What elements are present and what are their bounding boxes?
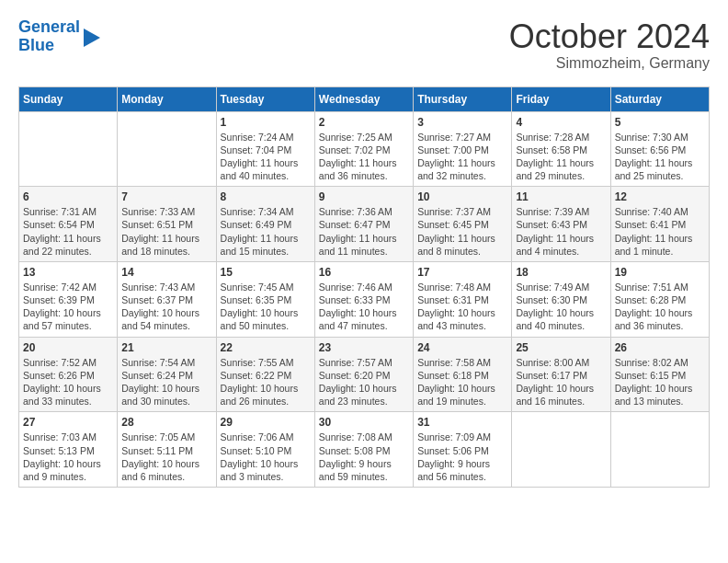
day-number: 6 xyxy=(23,190,113,203)
day-number: 18 xyxy=(516,266,606,279)
calendar-cell xyxy=(512,412,610,488)
calendar-cell: 26Sunrise: 8:02 AM Sunset: 6:15 PM Dayli… xyxy=(610,337,709,412)
day-number: 23 xyxy=(319,341,409,354)
title-block: October 2024 Simmozheim, Germany xyxy=(509,18,710,72)
day-info: Sunrise: 7:30 AM Sunset: 6:56 PM Dayligh… xyxy=(615,131,705,183)
day-info: Sunrise: 7:40 AM Sunset: 6:41 PM Dayligh… xyxy=(615,205,705,258)
day-info: Sunrise: 8:00 AM Sunset: 6:17 PM Dayligh… xyxy=(516,356,606,408)
day-info: Sunrise: 7:43 AM Sunset: 6:37 PM Dayligh… xyxy=(121,281,211,333)
calendar-table: SundayMondayTuesdayWednesdayThursdayFrid… xyxy=(18,86,710,488)
day-number: 30 xyxy=(319,416,409,429)
calendar-cell: 22Sunrise: 7:55 AM Sunset: 6:22 PM Dayli… xyxy=(216,337,314,412)
day-number: 8 xyxy=(221,190,311,203)
calendar-week-row: 27Sunrise: 7:03 AM Sunset: 5:13 PM Dayli… xyxy=(19,412,710,488)
day-number: 13 xyxy=(23,266,113,279)
day-info: Sunrise: 7:33 AM Sunset: 6:51 PM Dayligh… xyxy=(121,205,211,258)
calendar-cell: 21Sunrise: 7:54 AM Sunset: 6:24 PM Dayli… xyxy=(118,337,216,412)
calendar-cell: 1Sunrise: 7:24 AM Sunset: 7:04 PM Daylig… xyxy=(216,111,314,187)
col-header-tuesday: Tuesday xyxy=(216,86,314,111)
calendar-cell: 6Sunrise: 7:31 AM Sunset: 6:54 PM Daylig… xyxy=(19,187,118,262)
day-info: Sunrise: 8:02 AM Sunset: 6:15 PM Dayligh… xyxy=(615,356,705,408)
day-info: Sunrise: 7:46 AM Sunset: 6:33 PM Dayligh… xyxy=(319,281,409,333)
day-number: 29 xyxy=(221,416,311,429)
calendar-cell xyxy=(610,412,709,488)
day-info: Sunrise: 7:58 AM Sunset: 6:18 PM Dayligh… xyxy=(417,356,507,408)
day-number: 11 xyxy=(516,190,606,203)
day-info: Sunrise: 7:54 AM Sunset: 6:24 PM Dayligh… xyxy=(121,356,211,408)
day-number: 9 xyxy=(319,190,409,203)
day-number: 7 xyxy=(121,190,211,203)
day-info: Sunrise: 7:52 AM Sunset: 6:26 PM Dayligh… xyxy=(23,356,113,408)
calendar-cell: 8Sunrise: 7:34 AM Sunset: 6:49 PM Daylig… xyxy=(216,187,314,262)
day-info: Sunrise: 7:57 AM Sunset: 6:20 PM Dayligh… xyxy=(319,356,409,408)
calendar-cell: 30Sunrise: 7:08 AM Sunset: 5:08 PM Dayli… xyxy=(314,412,413,488)
day-info: Sunrise: 7:45 AM Sunset: 6:35 PM Dayligh… xyxy=(221,281,311,333)
calendar-cell: 15Sunrise: 7:45 AM Sunset: 6:35 PM Dayli… xyxy=(216,261,314,337)
col-header-saturday: Saturday xyxy=(610,86,709,111)
day-number: 12 xyxy=(615,190,705,203)
calendar-week-row: 20Sunrise: 7:52 AM Sunset: 6:26 PM Dayli… xyxy=(19,337,710,412)
day-info: Sunrise: 7:36 AM Sunset: 6:47 PM Dayligh… xyxy=(319,205,409,258)
col-header-sunday: Sunday xyxy=(19,86,118,111)
day-info: Sunrise: 7:48 AM Sunset: 6:31 PM Dayligh… xyxy=(417,281,507,333)
calendar-cell: 5Sunrise: 7:30 AM Sunset: 6:56 PM Daylig… xyxy=(610,111,709,187)
day-number: 27 xyxy=(23,416,113,429)
day-number: 3 xyxy=(417,116,507,129)
day-number: 26 xyxy=(615,341,705,354)
logo-line1: General xyxy=(18,17,80,36)
day-number: 17 xyxy=(417,266,507,279)
col-header-thursday: Thursday xyxy=(414,86,512,111)
day-number: 1 xyxy=(221,116,311,129)
calendar-cell: 18Sunrise: 7:49 AM Sunset: 6:30 PM Dayli… xyxy=(512,261,610,337)
calendar-cell: 2Sunrise: 7:25 AM Sunset: 7:02 PM Daylig… xyxy=(314,111,413,187)
logo-text: General Blue xyxy=(18,18,80,55)
calendar-cell: 27Sunrise: 7:03 AM Sunset: 5:13 PM Dayli… xyxy=(19,412,118,488)
calendar-cell: 4Sunrise: 7:28 AM Sunset: 6:58 PM Daylig… xyxy=(512,111,610,187)
day-info: Sunrise: 7:31 AM Sunset: 6:54 PM Dayligh… xyxy=(23,205,113,258)
day-number: 21 xyxy=(121,341,211,354)
col-header-wednesday: Wednesday xyxy=(314,86,413,111)
calendar-cell: 3Sunrise: 7:27 AM Sunset: 7:00 PM Daylig… xyxy=(414,111,512,187)
day-info: Sunrise: 7:06 AM Sunset: 5:10 PM Dayligh… xyxy=(221,431,311,483)
calendar-cell: 19Sunrise: 7:51 AM Sunset: 6:28 PM Dayli… xyxy=(610,261,709,337)
day-info: Sunrise: 7:27 AM Sunset: 7:00 PM Dayligh… xyxy=(417,131,507,183)
day-info: Sunrise: 7:34 AM Sunset: 6:49 PM Dayligh… xyxy=(221,205,311,258)
calendar-subtitle: Simmozheim, Germany xyxy=(509,55,710,72)
day-number: 15 xyxy=(221,266,311,279)
calendar-cell xyxy=(118,111,216,187)
calendar-cell: 20Sunrise: 7:52 AM Sunset: 6:26 PM Dayli… xyxy=(19,337,118,412)
day-number: 2 xyxy=(319,116,409,129)
col-header-monday: Monday xyxy=(118,86,216,111)
day-number: 4 xyxy=(516,116,606,129)
logo-arrow-icon xyxy=(84,29,100,47)
day-number: 31 xyxy=(417,416,507,429)
day-number: 14 xyxy=(121,266,211,279)
page-header: General Blue October 2024 Simmozheim, Ge… xyxy=(18,18,710,72)
calendar-week-row: 6Sunrise: 7:31 AM Sunset: 6:54 PM Daylig… xyxy=(19,187,710,262)
day-info: Sunrise: 7:51 AM Sunset: 6:28 PM Dayligh… xyxy=(615,281,705,333)
calendar-cell: 12Sunrise: 7:40 AM Sunset: 6:41 PM Dayli… xyxy=(610,187,709,262)
calendar-week-row: 1Sunrise: 7:24 AM Sunset: 7:04 PM Daylig… xyxy=(19,111,710,187)
calendar-title: October 2024 xyxy=(509,18,710,55)
day-number: 28 xyxy=(121,416,211,429)
day-info: Sunrise: 7:49 AM Sunset: 6:30 PM Dayligh… xyxy=(516,281,606,333)
calendar-cell: 31Sunrise: 7:09 AM Sunset: 5:06 PM Dayli… xyxy=(414,412,512,488)
day-info: Sunrise: 7:42 AM Sunset: 6:39 PM Dayligh… xyxy=(23,281,113,333)
day-info: Sunrise: 7:03 AM Sunset: 5:13 PM Dayligh… xyxy=(23,431,113,483)
calendar-cell: 9Sunrise: 7:36 AM Sunset: 6:47 PM Daylig… xyxy=(314,187,413,262)
day-number: 19 xyxy=(615,266,705,279)
calendar-cell: 7Sunrise: 7:33 AM Sunset: 6:51 PM Daylig… xyxy=(118,187,216,262)
day-number: 5 xyxy=(615,116,705,129)
day-info: Sunrise: 7:55 AM Sunset: 6:22 PM Dayligh… xyxy=(221,356,311,408)
day-number: 20 xyxy=(23,341,113,354)
calendar-cell xyxy=(19,111,118,187)
day-info: Sunrise: 7:08 AM Sunset: 5:08 PM Dayligh… xyxy=(319,431,409,483)
calendar-cell: 28Sunrise: 7:05 AM Sunset: 5:11 PM Dayli… xyxy=(118,412,216,488)
logo-line2: Blue xyxy=(18,36,54,54)
day-info: Sunrise: 7:24 AM Sunset: 7:04 PM Dayligh… xyxy=(221,131,311,183)
calendar-week-row: 13Sunrise: 7:42 AM Sunset: 6:39 PM Dayli… xyxy=(19,261,710,337)
day-number: 10 xyxy=(417,190,507,203)
day-info: Sunrise: 7:05 AM Sunset: 5:11 PM Dayligh… xyxy=(121,431,211,483)
calendar-cell: 17Sunrise: 7:48 AM Sunset: 6:31 PM Dayli… xyxy=(414,261,512,337)
day-info: Sunrise: 7:09 AM Sunset: 5:06 PM Dayligh… xyxy=(417,431,507,483)
